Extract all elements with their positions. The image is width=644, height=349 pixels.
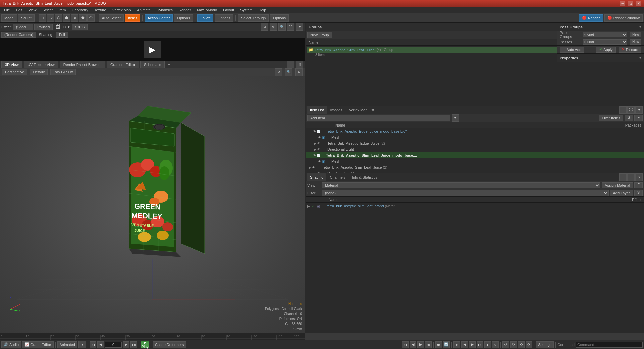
tool4-button[interactable]: ⬟ bbox=[79, 14, 87, 22]
auto-add-button[interactable]: + Auto Add bbox=[560, 47, 584, 53]
preview-zoom[interactable]: 🔍 bbox=[278, 23, 286, 31]
tab-item-list[interactable]: Item List bbox=[307, 106, 327, 114]
preview-more[interactable]: ▾ bbox=[296, 23, 303, 31]
options3-button[interactable]: Options bbox=[270, 14, 289, 22]
menu-view[interactable]: View bbox=[26, 7, 39, 13]
t1[interactable]: ⏮ bbox=[453, 341, 460, 348]
menu-edit[interactable]: Edit bbox=[13, 7, 25, 13]
shading-expand[interactable]: ⛶ bbox=[627, 173, 635, 181]
pass-groups-select[interactable]: (none) bbox=[583, 32, 627, 37]
ray-gl-button[interactable]: Ray GL: Off bbox=[50, 69, 76, 75]
menu-file[interactable]: File bbox=[1, 7, 13, 13]
pg-expand-icon[interactable]: ⛶ bbox=[634, 24, 638, 29]
tab-schematic[interactable]: Schematic bbox=[140, 61, 165, 68]
assign-shortcut-f[interactable]: F bbox=[634, 182, 643, 188]
prop-expand-icon[interactable]: ⛶ bbox=[634, 56, 638, 60]
item-row-4[interactable]: 👁 📄 Tetra_Brik_Aseptic_Slim_Leaf_Juice_m… bbox=[306, 152, 644, 158]
add-item-button[interactable]: Add Item bbox=[307, 115, 450, 121]
sculpt-button[interactable]: Sculpt bbox=[18, 14, 35, 22]
render-button[interactable]: 🔴 Render bbox=[579, 14, 603, 22]
audio-button[interactable]: 🔊 Audio bbox=[1, 341, 21, 348]
add-item-dropdown[interactable]: ▾ bbox=[452, 114, 459, 122]
item-row-1[interactable]: 👁 ▣ Mesh bbox=[306, 134, 644, 140]
shading-value-button[interactable]: Full bbox=[56, 32, 68, 38]
settings-button[interactable]: Settings bbox=[536, 341, 554, 348]
add-tab-button[interactable]: + bbox=[166, 62, 172, 67]
close-button[interactable]: ✕ bbox=[636, 1, 641, 6]
loop-button[interactable]: 🔄 bbox=[443, 341, 450, 348]
new-group-button[interactable]: New Group bbox=[307, 32, 332, 38]
tool2-button[interactable]: ⬢ bbox=[63, 14, 70, 22]
t6[interactable]: ○ bbox=[492, 341, 499, 348]
tab-channels[interactable]: Channels bbox=[327, 173, 348, 181]
discard-button[interactable]: ✕ Discard bbox=[619, 47, 641, 53]
filter-select[interactable]: (none) bbox=[322, 190, 609, 196]
item-row-3[interactable]: ▶ 👁 Directional Light bbox=[306, 146, 644, 152]
item-row-2[interactable]: ▶ 👁 Tetra_Brik_Aseptic_Edge_Juice (2) bbox=[306, 140, 644, 146]
items-button[interactable]: Items bbox=[125, 14, 140, 22]
pg-settings-icon[interactable]: ▾ bbox=[639, 24, 641, 29]
menu-item[interactable]: Item bbox=[56, 7, 68, 13]
viewport-content[interactable]: GREEN MEDLEY VEGETABLE JUICE bbox=[0, 76, 305, 333]
command-input[interactable] bbox=[576, 342, 643, 348]
passes-new-button[interactable]: New bbox=[630, 39, 641, 45]
tab-3d-view[interactable]: 3D View bbox=[1, 61, 22, 68]
menu-help[interactable]: Help bbox=[256, 7, 269, 13]
menu-geometry[interactable]: Geometry bbox=[69, 7, 91, 13]
transport1[interactable]: ⏮ bbox=[402, 341, 409, 348]
t10[interactable]: ⟳ bbox=[526, 341, 532, 348]
view-select[interactable]: Material bbox=[322, 182, 600, 188]
tool5-button[interactable]: ⬠ bbox=[87, 14, 95, 22]
falloff-button[interactable]: Falloff bbox=[197, 14, 213, 22]
shading-row-0[interactable]: ▶ ✓ ▣ tetra_brik_aseptic_slim_leaf_brand… bbox=[306, 203, 644, 209]
default-button[interactable]: Default bbox=[30, 69, 48, 75]
play-button[interactable]: ▶ Play bbox=[141, 341, 149, 348]
f2-button[interactable]: F2 bbox=[47, 14, 54, 22]
shading-add-tab[interactable]: + bbox=[619, 173, 627, 181]
t4[interactable]: ⏭ bbox=[477, 341, 483, 348]
minimize-button[interactable]: ─ bbox=[620, 1, 625, 6]
menu-dynamics[interactable]: Dynamics bbox=[154, 7, 175, 13]
menu-vertexmap[interactable]: Vertex Map bbox=[110, 7, 134, 13]
rec-button[interactable]: ⏺ bbox=[435, 341, 442, 348]
t3[interactable]: ▶ bbox=[469, 341, 476, 348]
transport2[interactable]: ◀ bbox=[410, 341, 416, 348]
filter-shortcut-s[interactable]: S bbox=[625, 115, 633, 121]
tab-info-statistics[interactable]: Info & Statistics bbox=[349, 173, 380, 181]
apply-button[interactable]: ✓ Apply bbox=[596, 47, 616, 53]
prev-frame-button[interactable]: ◀ bbox=[97, 341, 104, 348]
t7[interactable]: ↺ bbox=[502, 341, 509, 348]
preview-settings[interactable]: ⚙ bbox=[261, 23, 268, 31]
action-center-button[interactable]: Action Center bbox=[145, 14, 173, 22]
tab-images[interactable]: Images bbox=[328, 106, 345, 114]
viewport-zoom-icon[interactable]: 🔍 bbox=[285, 68, 292, 76]
menu-layout[interactable]: Layout bbox=[220, 7, 237, 13]
lut-select[interactable]: sRGB bbox=[72, 24, 88, 30]
tab-gradient[interactable]: Gradient Editor bbox=[107, 61, 139, 68]
time-input[interactable] bbox=[105, 342, 122, 348]
animated-button[interactable]: Animated bbox=[57, 341, 77, 348]
menu-select[interactable]: Select bbox=[40, 7, 55, 13]
tool1-button[interactable]: ⬡ bbox=[55, 14, 62, 22]
tab-vertex-map-list[interactable]: Vertex Map List bbox=[346, 106, 377, 114]
render-camera-button[interactable]: (Render Camera) bbox=[1, 32, 36, 38]
select-through-button[interactable]: Select Through bbox=[238, 14, 269, 22]
preview-fit[interactable]: ⛶ bbox=[287, 23, 294, 31]
tab-shading[interactable]: Shading bbox=[307, 173, 326, 181]
item-row-0[interactable]: 👁 📄 Tetra_Brik_Aseptic_Edge_Juice_modo_b… bbox=[306, 128, 644, 134]
options2-button[interactable]: Options bbox=[215, 14, 233, 22]
viewport-settings2[interactable]: ⚙ bbox=[295, 68, 303, 76]
cache-deformers-button[interactable]: Cache Deformers bbox=[153, 341, 186, 348]
pass-groups-new-button[interactable]: New bbox=[630, 32, 641, 37]
prev-key-button[interactable]: ⏮ bbox=[90, 341, 96, 348]
auto-select-button[interactable]: Auto Select bbox=[99, 14, 124, 22]
t2[interactable]: ◀ bbox=[461, 341, 468, 348]
f1-button[interactable]: F1 bbox=[39, 14, 46, 22]
viewport-settings[interactable]: ⚙ bbox=[296, 61, 303, 68]
paused-button[interactable]: Paused bbox=[34, 24, 53, 30]
tool3-button[interactable]: ◈ bbox=[71, 14, 78, 22]
play-preview-button[interactable]: ▶ bbox=[144, 41, 161, 58]
preview-content[interactable]: ▶ bbox=[0, 38, 305, 61]
filter-items-button[interactable]: Filter Items bbox=[599, 115, 623, 121]
menu-animate[interactable]: Animate bbox=[134, 7, 153, 13]
